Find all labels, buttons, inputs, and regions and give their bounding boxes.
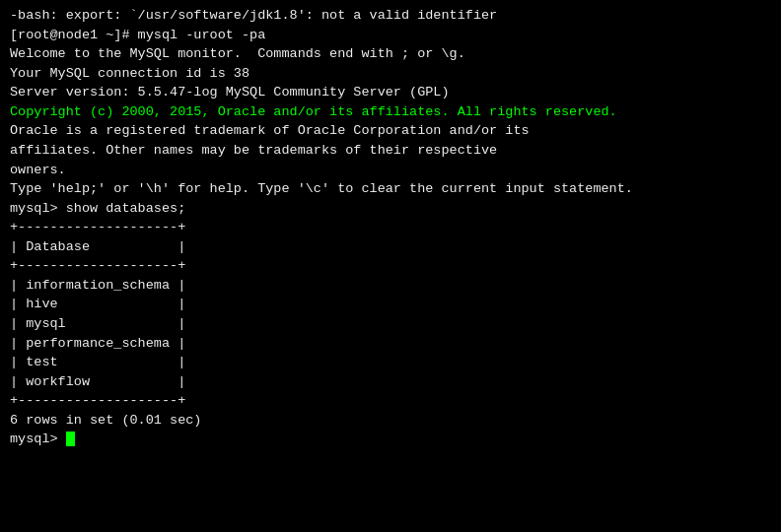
terminal-line-line5: Server version: 5.5.47-log MySQL Communi… [10, 83, 771, 102]
terminal-line-line7: Copyright (c) 2000, 2015, Oracle and/or … [10, 102, 771, 122]
terminal-line-line22: | performance_schema | [10, 334, 771, 354]
terminal-line-line10: affiliates. Other names may be trademark… [10, 141, 771, 161]
terminal-line-line17: | Database | [10, 237, 771, 257]
terminal-line-line19: | information_schema | [10, 276, 771, 296]
terminal-line-line13: Type 'help;' or '\h' for help. Type '\c'… [10, 179, 771, 199]
terminal-line-line11: owners. [10, 161, 771, 180]
terminal-line-line25: +--------------------+ [10, 391, 771, 411]
terminal-line-line21: | mysql | [10, 314, 771, 334]
terminal-line-line2: [root@node1 ~]# mysql -uroot -pa [10, 26, 771, 45]
terminal-line-line26: 6 rows in set (0.01 sec) [10, 411, 771, 431]
terminal-line-line20: | hive | [10, 295, 771, 314]
terminal-line-line24: | workflow | [10, 372, 771, 392]
cursor-blink [66, 432, 75, 446]
terminal-line-line16: +--------------------+ [10, 218, 771, 237]
terminal-line-line3: Welcome to the MySQL monitor. Commands e… [10, 44, 771, 64]
terminal-line-line1: -bash: export: `/usr/software/jdk1.8': n… [10, 6, 771, 26]
terminal-line-line4: Your MySQL connection id is 38 [10, 64, 771, 84]
terminal-line-line18: +--------------------+ [10, 256, 771, 276]
terminal-window[interactable]: -bash: export: `/usr/software/jdk1.8': n… [0, 0, 781, 532]
terminal-line-line23: | test | [10, 353, 771, 372]
terminal-line-line9: Oracle is a registered trademark of Orac… [10, 121, 771, 141]
terminal-line-line15: mysql> show databases; [10, 199, 771, 219]
terminal-line-line28: mysql> [10, 430, 771, 449]
